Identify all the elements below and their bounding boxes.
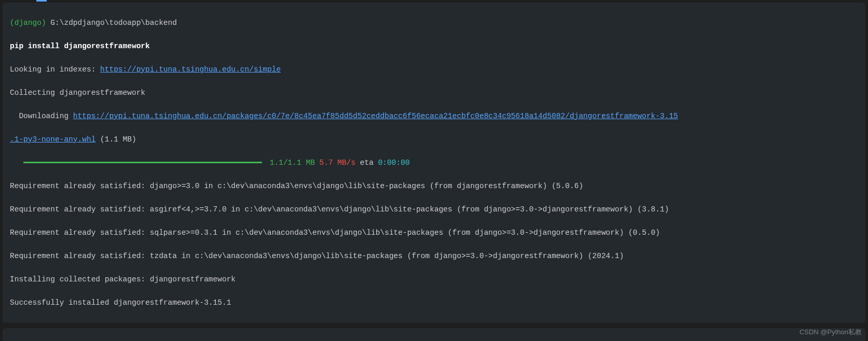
wheel-url-link-a[interactable]: https://pypi.tuna.tsinghua.edu.cn/packag… <box>73 112 678 120</box>
top-accent-bar <box>36 0 47 2</box>
req-satisfied-4: Requirement already satisfied: tzdata in… <box>10 250 858 262</box>
req-satisfied-3: Requirement already satisfied: sqlparse>… <box>10 227 858 239</box>
progress-size: 1.1/1.1 MB <box>270 159 315 167</box>
progress-eta-label: eta <box>355 159 378 167</box>
terminal-block-2: (django) G:\zdpdjango\todoapp\backend pi… <box>3 328 865 342</box>
progress-line: 1.1/1.1 MB 5.7 MB/s eta 0:00:00 <box>10 157 858 169</box>
prompt-path: G:\zdpdjango\todoapp\backend <box>46 19 177 27</box>
wheel-url-link-b[interactable]: .1-py3-none-any.whl <box>10 135 95 144</box>
output-collecting: Collecting djangorestframework <box>10 87 858 99</box>
watermark-text: CSDN @Python私教 <box>800 326 862 338</box>
success-line: Successfully installed djangorestframewo… <box>10 297 858 309</box>
index-url-link[interactable]: https://pypi.tuna.tsinghua.edu.cn/simple <box>100 65 281 74</box>
req-satisfied-1: Requirement already satisfied: django>=3… <box>10 180 858 192</box>
progress-bar <box>23 162 262 163</box>
output-lookup: Looking in indexes: https://pypi.tuna.ts… <box>10 64 858 76</box>
progress-eta: 0:00:00 <box>378 159 410 167</box>
lookup-prefix: Looking in indexes: <box>10 65 100 74</box>
prompt-line: (django) G:\zdpdjango\todoapp\backend <box>10 17 858 29</box>
command-install: pip install djangorestframework <box>10 40 858 52</box>
wheel-size: (1.1 MB) <box>95 135 136 144</box>
installing-line: Installing collected packages: djangores… <box>10 274 858 286</box>
terminal-block-1: (django) G:\zdpdjango\todoapp\backend pi… <box>3 3 865 323</box>
req-satisfied-2: Requirement already satisfied: asgiref<4… <box>10 204 858 216</box>
output-downloading: Downloading https://pypi.tuna.tsinghua.e… <box>10 110 858 122</box>
progress-speed: 5.7 MB/s <box>320 159 356 167</box>
download-prefix: Downloading <box>10 112 73 120</box>
prompt-env: (django) <box>10 19 46 27</box>
output-downloading-cont: .1-py3-none-any.whl (1.1 MB) <box>10 134 858 146</box>
